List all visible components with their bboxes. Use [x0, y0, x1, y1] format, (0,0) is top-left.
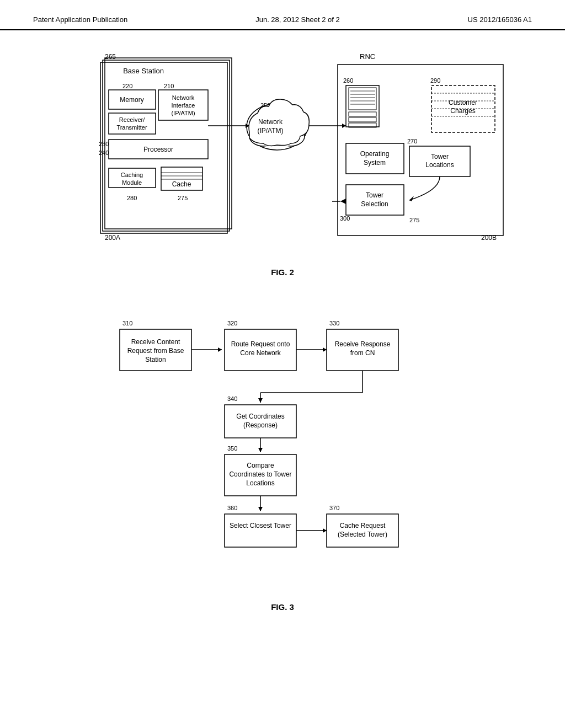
fig3-label: FIG. 3: [33, 602, 532, 612]
svg-marker-99: [258, 398, 263, 403]
svg-rect-114: [225, 514, 296, 547]
svg-text:Interface: Interface: [172, 102, 195, 109]
svg-marker-117: [323, 528, 327, 533]
fig3-diagram: 310 Receive Content Request from Base St…: [89, 304, 476, 602]
svg-text:Receiver/: Receiver/: [119, 116, 145, 123]
svg-rect-49: [349, 117, 376, 122]
fig2-diagram: 265 Base Station 220 Memory 210 Network …: [45, 47, 520, 267]
svg-text:Operating: Operating: [360, 150, 390, 158]
svg-text:210: 210: [164, 83, 174, 89]
svg-rect-48: [349, 112, 376, 116]
svg-text:230: 230: [99, 141, 109, 147]
svg-text:Tower: Tower: [431, 153, 449, 160]
svg-text:265: 265: [105, 53, 116, 61]
svg-text:Network: Network: [258, 118, 283, 126]
svg-text:Compare: Compare: [247, 462, 274, 469]
svg-text:Module: Module: [122, 179, 142, 186]
svg-text:Charges: Charges: [450, 107, 475, 115]
fig2-label: FIG. 2: [33, 267, 532, 277]
svg-marker-105: [258, 448, 263, 452]
svg-text:Memory: Memory: [120, 96, 143, 104]
svg-text:220: 220: [122, 83, 132, 89]
svg-text:200A: 200A: [105, 234, 120, 242]
svg-text:Caching: Caching: [121, 172, 143, 178]
svg-rect-41: [346, 85, 379, 127]
svg-text:300: 300: [340, 215, 350, 222]
svg-marker-78: [342, 124, 346, 128]
svg-text:from CN: from CN: [350, 349, 375, 357]
svg-text:Get Coordinates: Get Coordinates: [236, 413, 284, 420]
svg-text:RNC: RNC: [360, 52, 375, 61]
header-left: Patent Application Publication: [33, 15, 127, 24]
svg-text:Cache Request: Cache Request: [340, 522, 386, 529]
svg-text:370: 370: [329, 505, 339, 511]
svg-text:Receive Response: Receive Response: [335, 340, 391, 348]
svg-text:Base Station: Base Station: [123, 67, 164, 75]
svg-text:Selection: Selection: [361, 200, 388, 208]
svg-text:Tower: Tower: [366, 191, 383, 199]
svg-marker-91: [323, 347, 327, 352]
svg-text:System: System: [364, 159, 386, 167]
svg-marker-112: [258, 507, 263, 511]
svg-text:240: 240: [99, 149, 109, 156]
svg-text:(IP/ATM): (IP/ATM): [257, 127, 283, 135]
svg-text:Locations: Locations: [425, 161, 454, 169]
svg-marker-85: [218, 347, 222, 352]
svg-text:Request from Base: Request from Base: [127, 347, 184, 355]
svg-marker-70: [340, 199, 346, 204]
page-header: Patent Application Publication Jun. 28, …: [0, 0, 565, 30]
svg-text:Transmitter: Transmitter: [116, 124, 147, 131]
header-center: Jun. 28, 2012 Sheet 2 of 2: [255, 15, 340, 24]
svg-text:Select Closest Tower: Select Closest Tower: [230, 522, 291, 529]
main-content: 265 Base Station 220 Memory 210 Network …: [0, 30, 565, 645]
svg-text:310: 310: [122, 320, 132, 326]
svg-text:Locations: Locations: [246, 479, 274, 487]
svg-text:320: 320: [227, 320, 237, 326]
svg-text:290: 290: [430, 77, 440, 84]
svg-text:(IP/ATM): (IP/ATM): [171, 110, 195, 116]
svg-text:Route Request onto: Route Request onto: [231, 340, 290, 348]
svg-text:270: 270: [407, 138, 417, 144]
svg-text:Receive Content: Receive Content: [131, 338, 180, 346]
svg-text:(Response): (Response): [243, 421, 278, 429]
svg-text:360: 360: [227, 505, 237, 511]
svg-text:280: 280: [127, 195, 137, 201]
svg-text:(Selected Tower): (Selected Tower): [338, 531, 387, 538]
svg-text:340: 340: [227, 395, 237, 402]
svg-text:Customer: Customer: [449, 99, 477, 106]
svg-text:200B: 200B: [481, 234, 497, 242]
svg-text:330: 330: [329, 320, 339, 326]
svg-text:275: 275: [178, 195, 188, 201]
svg-text:350: 350: [227, 445, 237, 452]
svg-text:Network: Network: [172, 94, 195, 101]
svg-text:Core Network: Core Network: [240, 349, 281, 357]
svg-text:260: 260: [343, 77, 353, 84]
svg-text:275: 275: [409, 217, 419, 223]
header-right: US 2012/165036 A1: [468, 15, 532, 24]
svg-text:Cache: Cache: [172, 180, 191, 188]
svg-text:Coordinates to Tower: Coordinates to Tower: [229, 470, 291, 478]
svg-text:Processor: Processor: [143, 146, 173, 153]
svg-text:Station: Station: [145, 356, 166, 363]
